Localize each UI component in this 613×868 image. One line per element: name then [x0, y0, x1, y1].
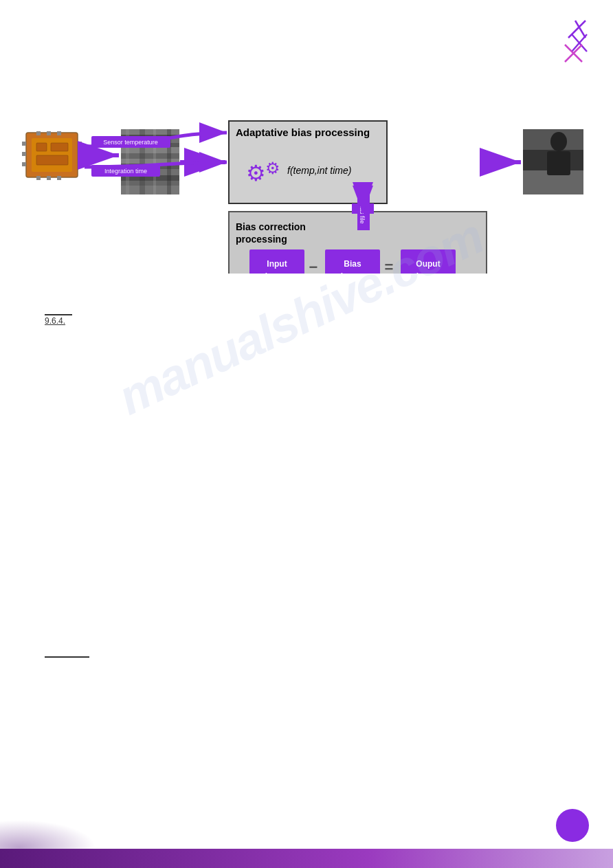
- svg-text:processing: processing: [236, 234, 287, 245]
- svg-text:Adaptative bias processing: Adaptative bias processing: [236, 126, 370, 138]
- svg-rect-22: [36, 155, 68, 165]
- svg-rect-17: [78, 142, 82, 146]
- svg-rect-11: [36, 176, 41, 180]
- svg-rect-20: [36, 143, 47, 151]
- diagram-svg: Adaptative bias processing ⚙ ⚙ f(temp,in…: [19, 60, 597, 274]
- svg-text:image: image: [416, 271, 441, 274]
- svg-rect-10: [57, 131, 61, 135]
- svg-text:f(temp,int time): f(temp,int time): [287, 165, 351, 176]
- section-reference: 9.6.4.: [45, 316, 65, 326]
- svg-text:Bias correction: Bias correction: [236, 221, 306, 232]
- svg-rect-13: [57, 176, 61, 180]
- svg-text:image: image: [341, 271, 365, 274]
- svg-text:−: −: [309, 258, 318, 274]
- svg-rect-70: [547, 151, 570, 175]
- svg-rect-21: [51, 143, 68, 151]
- svg-rect-8: [36, 131, 41, 135]
- svg-rect-16: [22, 162, 26, 166]
- svg-rect-12: [47, 176, 51, 180]
- svg-text:image: image: [265, 271, 289, 274]
- svg-rect-18: [78, 152, 82, 156]
- svg-text:⚙: ⚙: [265, 159, 280, 177]
- svg-text:Ouput: Ouput: [416, 259, 440, 269]
- svg-text:Sensor temperature: Sensor temperature: [103, 139, 158, 146]
- svg-text:⚙: ⚙: [246, 161, 266, 186]
- svg-text:Integration time: Integration time: [104, 168, 147, 175]
- svg-text:Input: Input: [267, 259, 287, 269]
- svg-rect-15: [22, 152, 26, 156]
- section-divider-1: [45, 314, 72, 315]
- page-button[interactable]: [556, 809, 589, 842]
- svg-rect-14: [22, 142, 26, 146]
- svg-text:=: =: [385, 258, 394, 274]
- svg-point-69: [550, 132, 567, 151]
- svg-text:Bias: Bias: [344, 259, 361, 269]
- svg-rect-9: [47, 131, 51, 135]
- section-divider-2: [45, 656, 89, 658]
- svg-rect-19: [78, 162, 82, 166]
- footer-bar: [0, 849, 613, 868]
